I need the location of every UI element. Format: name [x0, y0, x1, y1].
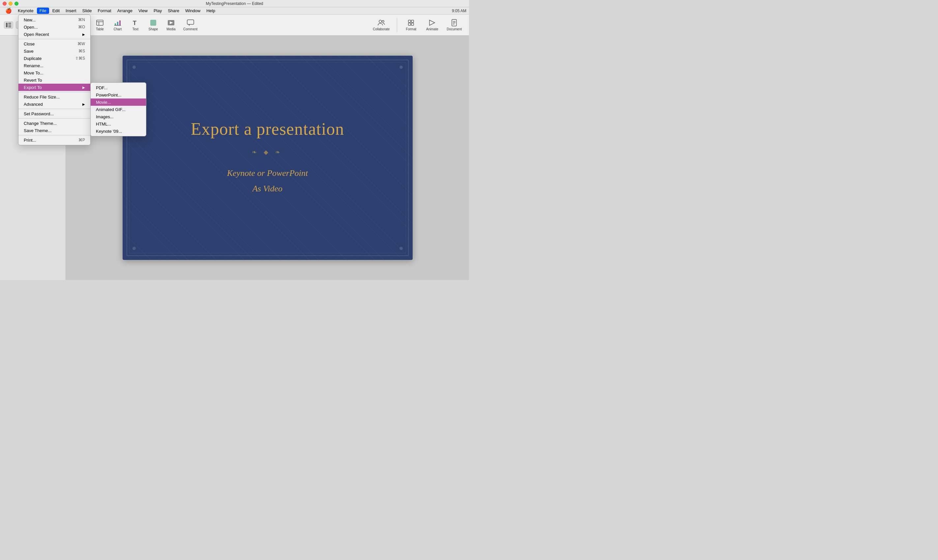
maximize-button[interactable]	[14, 2, 18, 6]
animate-panel-button[interactable]: Animate	[422, 17, 442, 32]
menu-open[interactable]: Open... ⌘O	[18, 23, 90, 31]
export-pdf[interactable]: PDF...	[91, 84, 146, 91]
svg-rect-24	[408, 20, 411, 22]
menu-new[interactable]: New... ⌘N	[18, 16, 90, 23]
slide-canvas: Export a presentation ❧ ◆ ❧ Keynote or P…	[123, 56, 413, 260]
close-button[interactable]	[3, 2, 6, 6]
separator-1	[18, 39, 90, 39]
table-button[interactable]: Table	[92, 17, 108, 32]
slide-menu[interactable]: Slide	[80, 8, 95, 14]
menu-revert-to[interactable]: Revert To	[18, 77, 90, 84]
window-controls	[3, 2, 18, 6]
export-images[interactable]: Images...	[91, 113, 146, 120]
shape-button[interactable]: Shape	[145, 17, 162, 32]
edit-menu[interactable]: Edit	[50, 8, 62, 14]
export-keynote09[interactable]: Keynote '09...	[91, 128, 146, 135]
svg-rect-0	[6, 23, 8, 27]
export-powerpoint[interactable]: PowerPoint...	[91, 91, 146, 98]
svg-rect-13	[117, 22, 118, 25]
svg-rect-1	[8, 23, 11, 24]
svg-rect-12	[115, 23, 116, 25]
slide-subtitle: Keynote or PowerPoint As Video	[191, 166, 344, 197]
svg-rect-14	[119, 20, 121, 25]
slide-corner-br	[399, 247, 403, 250]
svg-point-23	[382, 20, 384, 22]
svg-rect-27	[411, 23, 414, 25]
toolbar-separator-3	[397, 18, 397, 32]
format-menu[interactable]: Format	[95, 8, 114, 14]
separator-3	[18, 109, 90, 109]
minimize-button[interactable]	[9, 2, 12, 6]
svg-rect-3	[8, 26, 11, 27]
export-html[interactable]: HTML...	[91, 120, 146, 128]
svg-rect-25	[411, 20, 414, 22]
menu-bar-right: 9:05 AM	[452, 9, 467, 13]
menu-open-recent[interactable]: Open Recent ▶	[18, 31, 90, 38]
file-menu-dropdown: New... ⌘N Open... ⌘O Open Recent ▶ Close…	[18, 14, 91, 145]
share-menu[interactable]: Share	[165, 8, 182, 14]
help-menu[interactable]: Help	[204, 8, 218, 14]
apple-menu[interactable]: 🍎	[3, 7, 14, 14]
menu-set-password[interactable]: Set Password...	[18, 110, 90, 117]
svg-rect-20	[187, 20, 194, 25]
presentation-area: Export a presentation ❧ ◆ ❧ Keynote or P…	[66, 35, 469, 280]
slide-corner-bl	[132, 247, 136, 250]
document-title: MyTestingPresentation — Edited	[206, 1, 263, 6]
svg-rect-17	[150, 20, 156, 26]
menu-export-to[interactable]: Export To ▶ PDF... PowerPoint... Movie..…	[18, 84, 90, 91]
separator-5	[18, 135, 90, 135]
time-display: 9:05 AM	[452, 9, 467, 13]
chart-button[interactable]: Chart	[109, 17, 126, 32]
document-panel-button[interactable]: Document	[443, 17, 465, 32]
menu-print[interactable]: Print... ⌘P	[18, 136, 90, 144]
collaborate-button[interactable]: Collaborate	[370, 17, 393, 32]
media-button[interactable]: Media	[163, 17, 179, 32]
menu-advanced[interactable]: Advanced ▶	[18, 100, 90, 108]
menu-bar: 🍎 Keynote File Edit Insert Slide Format …	[0, 7, 469, 14]
format-panel-button[interactable]: Format	[401, 17, 421, 32]
export-submenu: PDF... PowerPoint... Movie... Animated G…	[90, 82, 146, 136]
slide-content: Export a presentation ❧ ◆ ❧ Keynote or P…	[178, 106, 357, 210]
text-button[interactable]: T Text	[127, 17, 144, 32]
menu-close[interactable]: Close ⌘W	[18, 40, 90, 48]
menu-change-theme[interactable]: Change Theme...	[18, 120, 90, 127]
svg-text:T: T	[133, 20, 136, 26]
separator-4	[18, 118, 90, 118]
export-animated-gif[interactable]: Animated GIF...	[91, 106, 146, 113]
svg-point-22	[379, 20, 382, 23]
menu-reduce-size[interactable]: Reduce File Size...	[18, 93, 90, 100]
comment-button[interactable]: Comment	[180, 17, 200, 32]
menu-save[interactable]: Save ⌘S	[18, 48, 90, 55]
keynote-menu[interactable]: Keynote	[15, 8, 36, 14]
menu-save-theme[interactable]: Save Theme...	[18, 127, 90, 134]
view-menu[interactable]: View	[136, 8, 150, 14]
sidebar-toggle[interactable]	[4, 22, 13, 29]
file-menu[interactable]: File	[37, 8, 49, 14]
export-movie[interactable]: Movie...	[91, 98, 146, 106]
svg-rect-2	[8, 25, 11, 25]
play-menu[interactable]: Play	[151, 8, 165, 14]
slide-divider: ❧ ◆ ❧	[191, 149, 344, 156]
insert-menu[interactable]: Insert	[63, 8, 79, 14]
slide-title: Export a presentation	[191, 119, 344, 139]
svg-rect-26	[408, 23, 411, 25]
svg-rect-9	[97, 20, 103, 25]
svg-marker-28	[430, 20, 435, 25]
menu-move-to[interactable]: Move To...	[18, 69, 90, 77]
menu-duplicate[interactable]: Duplicate ⇧⌘S	[18, 55, 90, 62]
title-bar: MyTestingPresentation — Edited	[0, 0, 469, 7]
window-menu[interactable]: Window	[183, 8, 203, 14]
slide-corner-tr	[399, 66, 403, 69]
arrange-menu[interactable]: Arrange	[115, 8, 135, 14]
slide-corner-tl	[132, 66, 136, 69]
menu-rename[interactable]: Rename...	[18, 62, 90, 69]
svg-marker-21	[188, 25, 190, 26]
